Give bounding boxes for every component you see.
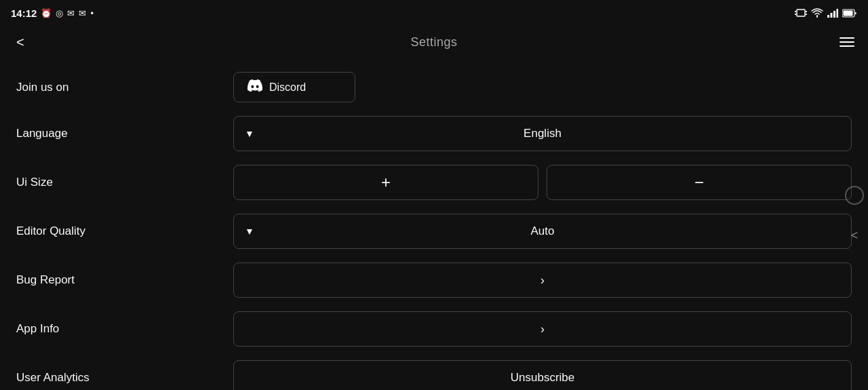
wifi-icon [811,8,823,18]
hamburger-line-3 [840,45,854,47]
editor-quality-label: Editor Quality [16,225,233,238]
language-value: English [234,127,851,140]
bug-report-arrow-icon: › [540,273,545,288]
svg-rect-6 [831,13,833,18]
header: < Settings [0,24,868,60]
svg-rect-10 [844,10,853,16]
mail-icon-1: ✉ [67,8,75,18]
svg-rect-0 [797,9,805,16]
signal-icon [827,8,838,18]
bug-report-label: Bug Report [16,273,233,287]
settings-content: Join us on Discord Language ▼ English Ui… [0,60,868,390]
editor-quality-row: Editor Quality ▼ Auto [16,207,852,256]
battery-icon [842,9,857,18]
ui-size-buttons: + − [233,165,852,200]
svg-rect-5 [827,15,829,18]
bug-report-control: › [233,262,852,298]
hamburger-menu[interactable] [837,35,857,50]
mail-icon-2: ✉ [79,8,86,18]
status-time: 14:12 [11,7,37,19]
ui-size-decrease-button[interactable]: − [547,165,852,200]
app-info-row: App Info › [16,305,852,353]
right-back-button[interactable]: < [845,227,864,246]
svg-rect-3 [806,11,807,12]
app-info-arrow-icon: › [540,322,545,336]
language-control: ▼ English [233,116,852,151]
discord-button[interactable]: Discord [233,72,355,102]
editor-quality-dropdown[interactable]: ▼ Auto [233,214,852,249]
status-bar-left: 14:12 ⏰ ◎ ✉ ✉ • [11,7,94,19]
target-icon: ◎ [56,8,63,18]
right-back-icon: < [851,229,859,243]
vibrate-icon [795,7,807,18]
bug-report-button[interactable]: › [233,262,852,298]
join-us-row: Join us on Discord [16,65,852,109]
ui-size-control: + − [233,165,852,200]
hamburger-line-1 [840,37,854,39]
alarm-icon: ⏰ [41,8,52,18]
ui-size-increase-button[interactable]: + [233,165,538,200]
editor-quality-control: ▼ Auto [233,214,852,249]
right-circle-button[interactable] [845,186,864,205]
discord-label: Discord [269,81,306,94]
svg-rect-4 [806,14,807,15]
app-info-label: App Info [16,322,233,336]
join-us-label: Join us on [16,81,233,94]
back-button[interactable]: < [11,32,30,53]
svg-rect-2 [795,14,796,15]
user-analytics-label: User Analytics [16,371,233,385]
app-info-button[interactable]: › [233,311,852,347]
page-title: Settings [410,35,457,50]
language-dropdown[interactable]: ▼ English [233,116,852,151]
unsubscribe-button[interactable]: Unsubscribe [233,360,852,390]
language-row: Language ▼ English [16,109,852,158]
svg-rect-7 [833,11,835,18]
svg-rect-1 [795,11,796,12]
ui-size-label: Ui Size [16,176,233,189]
app-info-control: › [233,311,852,347]
hamburger-line-2 [840,41,854,43]
user-analytics-control: Unsubscribe [233,360,852,390]
svg-rect-8 [837,9,839,18]
editor-quality-dropdown-arrow: ▼ [245,226,254,237]
language-label: Language [16,127,233,140]
language-dropdown-arrow: ▼ [245,128,254,139]
user-analytics-row: User Analytics Unsubscribe [16,353,852,390]
ui-size-row: Ui Size + − [16,158,852,207]
join-us-control: Discord [233,72,852,102]
dot-icon: • [90,8,94,18]
status-bar: 14:12 ⏰ ◎ ✉ ✉ • [0,0,868,24]
status-bar-right [795,7,857,18]
editor-quality-value: Auto [234,225,851,238]
discord-icon [248,79,262,95]
bug-report-row: Bug Report › [16,256,852,305]
